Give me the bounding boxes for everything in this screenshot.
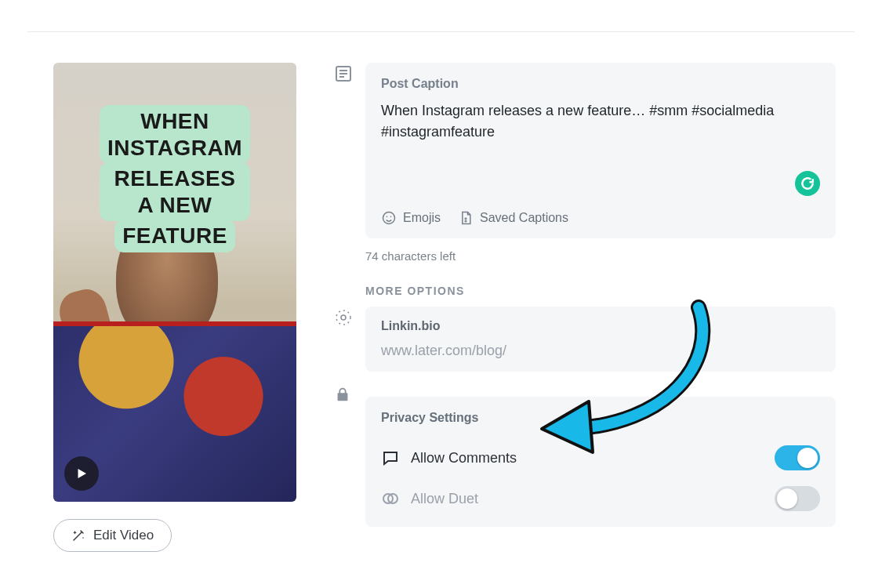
grammarly-badge[interactable] (795, 171, 820, 196)
caption-textarea[interactable]: When Instagram releases a new feature… #… (381, 100, 820, 163)
lock-icon (334, 386, 353, 405)
privacy-section: Privacy Settings Allow Comments Allow Du… (334, 384, 836, 527)
overlay-line: FEATURE (116, 221, 234, 251)
play-button[interactable] (64, 456, 99, 491)
linkinbio-section: Linkin.bio www.later.com/blog/ (334, 307, 836, 372)
edit-video-button[interactable]: Edit Video (53, 519, 172, 552)
linkinbio-url-input[interactable]: www.later.com/blog/ (381, 343, 820, 359)
right-column: Post Caption When Instagram releases a n… (334, 63, 836, 552)
video-preview[interactable]: WHEN INSTAGRAM RELEASES A NEW FEATURE (53, 63, 296, 502)
emojis-button[interactable]: Emojis (381, 210, 441, 226)
svg-point-6 (336, 310, 350, 325)
linkinbio-icon (334, 308, 353, 327)
caption-tools: Emojis Saved Captions (381, 210, 820, 226)
left-column: WHEN INSTAGRAM RELEASES A NEW FEATURE Ed… (53, 63, 296, 552)
saved-captions-icon (458, 210, 474, 226)
overlay-line: RELEASES A NEW (101, 164, 249, 220)
comment-icon (381, 448, 400, 467)
svg-point-3 (387, 216, 388, 218)
caption-icon (334, 64, 353, 83)
allow-duet-toggle[interactable] (775, 486, 820, 511)
smile-icon (381, 210, 397, 226)
svg-point-0 (82, 537, 84, 539)
duet-icon (381, 489, 400, 508)
wand-icon (71, 528, 85, 543)
caption-panel: Post Caption When Instagram releases a n… (365, 63, 836, 238)
svg-point-5 (341, 315, 346, 320)
allow-comments-label: Allow Comments (411, 450, 764, 466)
saved-captions-button[interactable]: Saved Captions (458, 210, 568, 226)
allow-duet-label: Allow Duet (411, 491, 764, 507)
allow-duet-row: Allow Duet (381, 478, 820, 519)
video-overlay-text: WHEN INSTAGRAM RELEASES A NEW FEATURE (101, 107, 249, 252)
overlay-line: WHEN INSTAGRAM (101, 107, 249, 162)
svg-point-4 (390, 216, 392, 218)
caption-section: Post Caption When Instagram releases a n… (334, 63, 836, 238)
characters-left: 74 characters left (365, 249, 836, 263)
more-options-header: MORE OPTIONS (365, 285, 836, 297)
toggle-knob (777, 488, 797, 509)
svg-point-2 (383, 212, 395, 224)
main-layout: WHEN INSTAGRAM RELEASES A NEW FEATURE Ed… (0, 0, 882, 552)
linkinbio-panel: Linkin.bio www.later.com/blog/ (365, 307, 836, 372)
allow-comments-toggle[interactable] (775, 445, 820, 470)
play-icon (74, 466, 89, 481)
grammarly-icon (800, 176, 815, 191)
caption-label: Post Caption (381, 77, 820, 91)
privacy-panel: Privacy Settings Allow Comments Allow Du… (365, 397, 836, 527)
edit-video-label: Edit Video (93, 528, 154, 543)
privacy-label: Privacy Settings (381, 411, 820, 425)
divider (27, 31, 855, 32)
toggle-knob (797, 448, 818, 468)
saved-captions-label: Saved Captions (480, 211, 568, 225)
emojis-label: Emojis (403, 211, 441, 225)
allow-comments-row: Allow Comments (381, 437, 820, 478)
linkinbio-label: Linkin.bio (381, 319, 820, 333)
